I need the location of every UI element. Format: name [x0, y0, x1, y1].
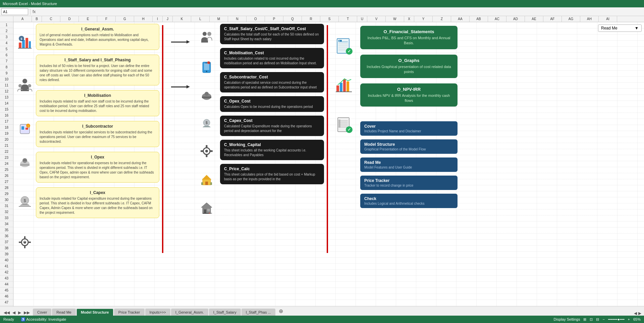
col-header-v[interactable]: V: [367, 16, 386, 22]
svg-text:✓: ✓: [347, 49, 351, 54]
row-num-35: 35: [0, 227, 13, 233]
col-header-x[interactable]: X: [404, 16, 414, 22]
tab-cover[interactable]: Cover: [33, 309, 51, 316]
row-num-27: 27: [0, 179, 13, 185]
tab-nav-left-left[interactable]: ◀◀: [3, 310, 11, 316]
col-header-ac[interactable]: AC: [488, 16, 506, 22]
tab-model-structure[interactable]: Model Structure: [76, 309, 113, 316]
calc-icon-mobilisation: [196, 54, 217, 81]
col-header-s[interactable]: S: [320, 16, 339, 22]
svg-rect-25: [28, 242, 31, 243]
cell-reference-box[interactable]: A1: [1, 8, 28, 15]
tab-i-staff-phas[interactable]: I_Staff_Phas ...: [241, 309, 275, 316]
view-page-layout-icon[interactable]: ⊡: [590, 317, 593, 322]
col-header-ai[interactable]: AI: [599, 16, 617, 22]
col-header-ad[interactable]: AD: [506, 16, 525, 22]
view-normal-icon[interactable]: ⊞: [583, 317, 586, 322]
col-header-c[interactable]: C: [42, 16, 60, 22]
nav-box-read-me[interactable]: Read Me Model Features and User Guide: [360, 157, 458, 172]
tab-i-staff-salary[interactable]: I_Staff_Salary: [209, 309, 241, 316]
col-header-i[interactable]: I: [153, 16, 163, 22]
col-header-ae[interactable]: AE: [525, 16, 543, 22]
col-header-h[interactable]: H: [134, 16, 153, 22]
nav-box-price-tracker[interactable]: Price Tracker Tracker to record change i…: [360, 176, 458, 190]
col-header-n[interactable]: N: [228, 16, 247, 22]
formula-divider: [30, 9, 31, 15]
col-header-j[interactable]: J: [163, 16, 173, 22]
input-box-mobilisation-title: I_Mobilisation: [40, 93, 156, 98]
col-header-b[interactable]: B: [32, 16, 42, 22]
arrow-area-2: [171, 63, 188, 110]
col-header-d[interactable]: D: [60, 16, 79, 22]
zoom-in-icon[interactable]: +: [628, 317, 630, 321]
calc-box-mobilisation-desc: Includes calculation related to cost inc…: [224, 56, 320, 66]
col-header-y[interactable]: Y: [414, 16, 433, 22]
col-header-r[interactable]: R: [302, 16, 320, 22]
col-header-m[interactable]: M: [210, 16, 228, 22]
row-num-48: 48: [0, 306, 13, 306]
tab-i-general-assm[interactable]: I_General_Assm.: [171, 309, 208, 316]
calc-icon-subcontractor: [196, 83, 217, 110]
tab-scroll-right[interactable]: ▶: [638, 311, 641, 316]
calc-box-staff-salary-desc: Calculates the total staff cost for each…: [224, 32, 320, 42]
tab-nav-right[interactable]: ▶: [17, 310, 22, 316]
add-sheet-button[interactable]: ⊕: [276, 307, 286, 316]
nav-box-check[interactable]: Check Includes Logical and Arithmetical …: [360, 194, 458, 208]
col-header-ag[interactable]: AG: [562, 16, 580, 22]
col-header-l[interactable]: L: [191, 16, 210, 22]
zoom-slider[interactable]: ━━━━●━━: [608, 317, 625, 322]
col-header-w[interactable]: W: [386, 16, 404, 22]
zoom-level-label: 65%: [633, 317, 641, 321]
row-num-11: 11: [0, 82, 13, 88]
row-num-38: 38: [0, 245, 13, 251]
col-header-g[interactable]: G: [116, 16, 134, 22]
col-header-f[interactable]: F: [97, 16, 116, 22]
tab-nav-left[interactable]: ◀: [11, 310, 16, 316]
svg-rect-12: [25, 128, 28, 130]
col-header-u[interactable]: U: [357, 16, 367, 22]
read-me-dropdown[interactable]: Read Me ▼: [598, 24, 642, 32]
row-num-17: 17: [0, 119, 13, 125]
tab-inputs[interactable]: Inputs>>>: [145, 309, 170, 316]
col-header-aa[interactable]: AA: [451, 16, 470, 22]
formula-input[interactable]: [37, 8, 643, 15]
svg-text:$: $: [24, 198, 26, 203]
tab-scroll-left[interactable]: ◀: [634, 311, 637, 316]
col-header-ah[interactable]: AH: [580, 16, 599, 22]
col-header-z[interactable]: Z: [433, 16, 451, 22]
svg-text:✓: ✓: [347, 127, 351, 132]
col-header-t[interactable]: T: [339, 16, 357, 22]
col-header-k[interactable]: K: [173, 16, 191, 22]
row-num-2: 2: [0, 28, 13, 34]
svg-rect-69: [346, 81, 349, 91]
view-page-break-icon[interactable]: ⊟: [596, 317, 599, 322]
zoom-out-icon[interactable]: −: [602, 317, 604, 321]
nav-box-cover[interactable]: Cover Includes Project Name and Disclaim…: [360, 121, 458, 136]
row-num-22: 22: [0, 149, 13, 155]
row-num-42: 42: [0, 269, 13, 275]
col-header-q[interactable]: Q: [283, 16, 302, 22]
col-header-p[interactable]: P: [265, 16, 283, 22]
svg-point-7: [22, 79, 27, 83]
col-header-a[interactable]: A: [13, 16, 32, 22]
tab-nav-right-right[interactable]: ▶▶: [23, 310, 31, 316]
input-icon-staff: [15, 63, 35, 110]
tab-price-tracker[interactable]: Price Tracker: [114, 309, 145, 316]
nav-box-price-tracker-title: Price Tracker: [364, 178, 453, 183]
svg-rect-24: [19, 242, 21, 243]
input-box-opex: I_Opex Include inputs related for operat…: [36, 152, 159, 183]
connector-icons-column: [166, 24, 193, 305]
nav-box-check-title: Check: [364, 196, 453, 201]
col-header-ab[interactable]: AB: [470, 16, 488, 22]
row-num-39: 39: [0, 251, 13, 257]
row-numbers: 1 2 3 4 5 6 7 8 9 10 11 12 13 14 15 16 1…: [0, 22, 13, 306]
col-header-e[interactable]: E: [79, 16, 97, 22]
nav-box-model-structure[interactable]: Model Structure Graphical Presentation o…: [360, 139, 458, 154]
tab-read-me[interactable]: Read Me: [52, 309, 76, 316]
col-header-af[interactable]: AF: [543, 16, 562, 22]
excel-shell: Microsoft Excel - Model Structure A1 fx …: [0, 0, 644, 323]
input-box-subcontractor-title: I_Subcontractor: [40, 124, 156, 129]
row-num-8: 8: [0, 64, 13, 70]
svg-text:$: $: [20, 37, 22, 41]
col-header-o[interactable]: O: [247, 16, 265, 22]
